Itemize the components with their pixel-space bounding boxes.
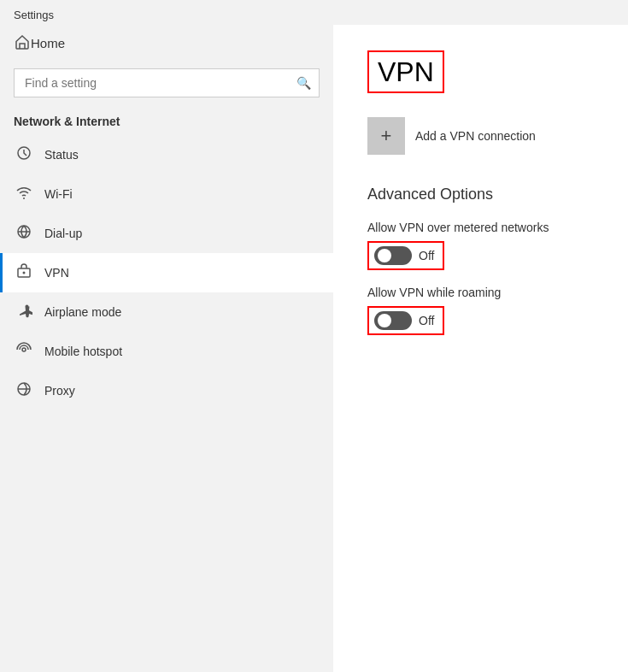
toggle-metered-row[interactable]: Off [367, 241, 444, 270]
sidebar-item-vpn[interactable]: VPN [0, 253, 333, 292]
sidebar-item-proxy[interactable]: Proxy [0, 371, 333, 410]
search-box: 🔍 [14, 68, 320, 97]
toggle-metered-switch[interactable] [374, 246, 412, 265]
toggle-roaming-state: Off [419, 314, 434, 327]
page-title: VPN [367, 50, 444, 93]
dialup-icon [14, 223, 34, 244]
wifi-label: Wi-Fi [44, 187, 73, 201]
content-area: VPN + Add a VPN connection Advanced Opti… [333, 25, 628, 672]
svg-point-5 [22, 348, 26, 351]
sidebar-item-hotspot[interactable]: Mobile hotspot [0, 332, 333, 371]
sidebar-item-home[interactable]: Home [0, 25, 333, 62]
add-vpn-button[interactable]: + Add a VPN connection [367, 114, 594, 158]
dialup-label: Dial-up [44, 227, 82, 240]
add-vpn-label: Add a VPN connection [415, 129, 536, 143]
home-label: Home [31, 36, 65, 50]
svg-point-1 [23, 197, 25, 199]
toggle-metered-state: Off [419, 249, 434, 262]
advanced-options-title: Advanced Options [367, 186, 594, 203]
search-input[interactable] [14, 68, 320, 97]
title-bar: Settings [0, 0, 628, 25]
app-title: Settings [14, 9, 54, 21]
toggle-roaming-row[interactable]: Off [367, 306, 444, 335]
sidebar-item-wifi[interactable]: Wi-Fi [0, 174, 333, 214]
toggle-roaming-label: Allow VPN while roaming [367, 286, 594, 299]
toggle-roaming-switch[interactable] [374, 311, 412, 330]
svg-point-4 [23, 272, 26, 274]
airplane-label: Airplane mode [44, 305, 121, 319]
toggle-roaming-section: Allow VPN while roaming Off [367, 286, 594, 335]
airplane-icon [14, 302, 34, 322]
sidebar-item-dialup[interactable]: Dial-up [0, 214, 333, 253]
proxy-label: Proxy [44, 384, 75, 398]
toggle-metered-label: Allow VPN over metered networks [367, 221, 594, 234]
sidebar: Home 🔍 Network & Internet Status [0, 25, 333, 672]
home-icon [14, 33, 31, 53]
sidebar-item-status[interactable]: Status [0, 135, 333, 174]
toggle-metered-section: Allow VPN over metered networks Off [367, 221, 594, 270]
vpn-label: VPN [44, 266, 69, 280]
vpn-icon [14, 262, 34, 283]
sidebar-item-airplane[interactable]: Airplane mode [0, 292, 333, 332]
search-icon: 🔍 [296, 76, 311, 90]
section-label: Network & Internet [0, 108, 333, 135]
hotspot-icon [14, 341, 34, 362]
status-label: Status [44, 148, 79, 162]
main-layout: Home 🔍 Network & Internet Status [0, 25, 628, 672]
plus-icon: + [367, 117, 405, 155]
proxy-icon [14, 380, 34, 401]
status-icon [14, 144, 34, 165]
hotspot-label: Mobile hotspot [44, 345, 122, 358]
wifi-icon [14, 184, 34, 204]
